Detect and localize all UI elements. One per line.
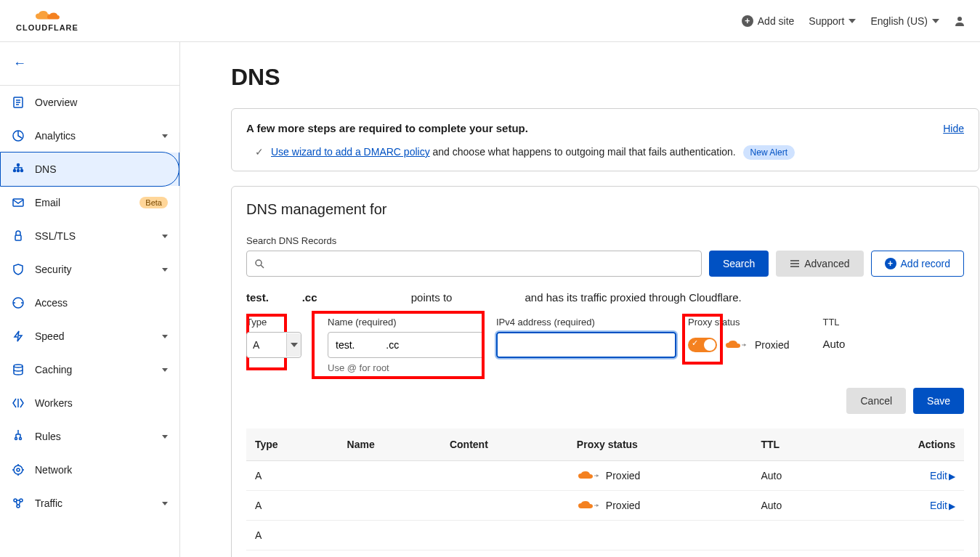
nav-label: Email: [35, 197, 129, 208]
sidebar-item-security[interactable]: Security: [0, 253, 179, 286]
nav-label: Caching: [35, 364, 152, 375]
header: CLOUDFLARE + Add site Support English (U…: [0, 0, 980, 42]
nav-label: Speed: [35, 330, 152, 342]
nav-label: Overview: [35, 97, 168, 108]
sidebar-item-overview[interactable]: Overview: [0, 86, 179, 119]
add-site-button[interactable]: + Add site: [742, 15, 795, 27]
sidebar-item-speed[interactable]: Speed: [0, 320, 179, 353]
support-label: Support: [809, 15, 844, 27]
search-button[interactable]: Search: [709, 251, 769, 277]
dmarc-wizard-link[interactable]: Use wizard to add a DMARC policy: [271, 146, 430, 158]
column-header: Actions: [840, 428, 964, 461]
ttl-value: Auto: [822, 332, 845, 350]
support-menu[interactable]: Support: [809, 15, 856, 27]
sidebar-item-traffic[interactable]: Traffic: [0, 487, 179, 520]
ip-label: IPv4 address (required): [496, 317, 676, 328]
nav-icon: [12, 163, 25, 176]
svg-point-9: [21, 170, 23, 172]
plus-icon: +: [885, 258, 896, 269]
svg-rect-11: [15, 235, 21, 240]
column-header: Type: [246, 428, 339, 461]
add-record-label: Add record: [901, 258, 950, 269]
nav-icon: [12, 129, 25, 142]
caret-down-icon: [162, 268, 168, 272]
add-record-button[interactable]: + Add record: [871, 251, 964, 277]
sidebar-item-caching[interactable]: Caching: [0, 353, 179, 386]
caret-down-icon: [162, 235, 168, 238]
nav-label: Network: [35, 464, 168, 476]
language-menu[interactable]: English (US): [870, 15, 939, 27]
caret-down-icon: [291, 343, 298, 347]
back-arrow-icon[interactable]: ←: [13, 56, 26, 71]
sidebar-item-ssltls[interactable]: SSL/TLS: [0, 219, 179, 253]
ttl-label: TTL: [822, 317, 845, 328]
setup-title: A few more steps are required to complet…: [246, 122, 528, 134]
cancel-button[interactable]: Cancel: [846, 388, 906, 414]
proxy-status-label: Proxy status: [688, 317, 789, 328]
language-label: English (US): [870, 15, 928, 27]
nav-icon: [12, 397, 25, 410]
edit-link[interactable]: Edit▶: [930, 470, 955, 481]
svg-marker-31: [596, 504, 599, 507]
setup-text: and choose what happens to outgoing mail…: [430, 146, 736, 158]
sidebar-item-workers[interactable]: Workers: [0, 386, 179, 420]
name-input[interactable]: [328, 332, 485, 358]
type-select[interactable]: A: [246, 332, 301, 358]
sidebar-item-access[interactable]: Access: [0, 286, 179, 320]
table-row: A: [246, 521, 964, 550]
svg-rect-10: [13, 199, 23, 206]
user-menu[interactable]: [954, 15, 965, 27]
sidebar-item-network[interactable]: Network: [0, 453, 179, 487]
search-input-wrapper[interactable]: [246, 251, 702, 277]
svg-point-15: [20, 438, 22, 440]
sidebar-item-rules[interactable]: Rules: [0, 420, 179, 453]
proxy-toggle[interactable]: [688, 338, 717, 352]
table-row: AProxiedAutoEdit▶: [246, 491, 964, 521]
caret-down-icon: [162, 368, 168, 372]
cloudflare-cloud-icon: [577, 500, 600, 511]
beta-badge: Beta: [139, 197, 168, 208]
svg-point-6: [17, 164, 20, 166]
svg-rect-24: [790, 263, 799, 264]
cloudflare-cloud-icon: [724, 339, 748, 351]
sidebar-item-dns[interactable]: DNS: [0, 153, 179, 186]
nav-label: Security: [35, 264, 152, 275]
svg-point-14: [15, 438, 17, 440]
sidebar-item-analytics[interactable]: Analytics: [0, 119, 179, 153]
list-icon: [790, 259, 800, 269]
svg-point-21: [256, 260, 262, 266]
svg-point-8: [17, 170, 20, 172]
cloudflare-cloud-icon: [577, 470, 600, 481]
nav-icon: [12, 363, 25, 376]
nav-label: DNS: [35, 163, 167, 175]
sidebar-item-email[interactable]: EmailBeta: [0, 186, 179, 219]
mgmt-title: DNS management for: [246, 201, 964, 218]
svg-line-22: [261, 265, 264, 268]
ipv4-input[interactable]: [496, 332, 676, 358]
advanced-button[interactable]: Advanced: [776, 251, 863, 277]
nav-icon: [12, 96, 25, 109]
type-label: Type: [246, 317, 301, 328]
search-label: Search DNS Records: [246, 235, 964, 246]
save-button[interactable]: Save: [913, 388, 964, 414]
user-icon: [954, 15, 965, 27]
cloudflare-logo-icon: [34, 10, 60, 22]
record-summary: test. .cc points to and has its traffic …: [246, 291, 964, 304]
nav-icon: [12, 330, 25, 343]
hide-link[interactable]: Hide: [943, 123, 964, 134]
svg-marker-27: [744, 343, 746, 346]
name-hint: Use @ for root: [328, 362, 485, 373]
logo[interactable]: CLOUDFLARE: [0, 7, 87, 36]
search-icon: [254, 259, 264, 269]
nav-label: Traffic: [35, 497, 152, 509]
svg-point-17: [14, 465, 23, 474]
name-label: Name (required): [328, 317, 485, 328]
search-input[interactable]: [264, 258, 694, 269]
edit-link[interactable]: Edit▶: [930, 500, 955, 511]
nav-icon: [12, 497, 25, 510]
proxy-value: Proxied: [755, 339, 789, 351]
nav-label: Analytics: [35, 130, 152, 142]
nav-icon: [12, 196, 25, 209]
new-alert-badge: New Alert: [743, 145, 795, 160]
sidebar: ← OverviewAnalyticsDNSEmailBetaSSL/TLSSe…: [0, 42, 180, 557]
